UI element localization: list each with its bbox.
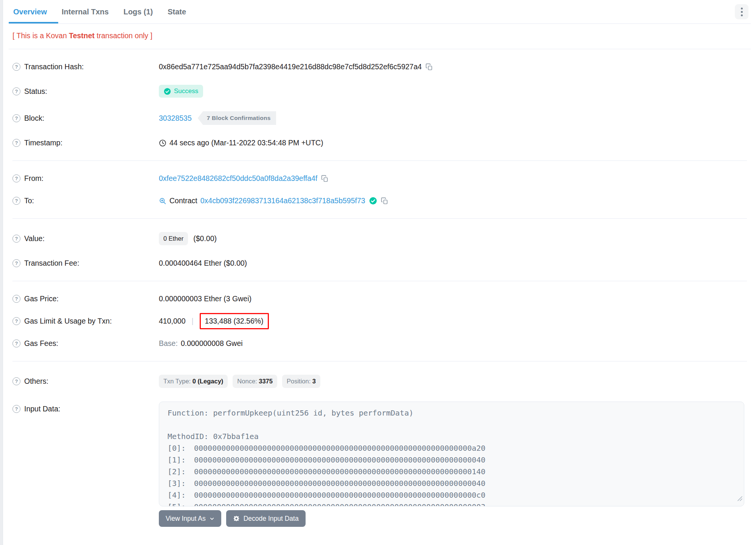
- input-data-label: Input Data:: [24, 405, 60, 413]
- row-input-data: ? Input Data: Function: performUpkeep(ui…: [12, 395, 747, 534]
- input-word: [5]:000000000000000000000000000000000000…: [168, 501, 736, 506]
- row-gas-fees: ? Gas Fees: Base: 0.000000008 Gwei: [12, 332, 747, 355]
- divider: [12, 361, 747, 361]
- input-data-textarea[interactable]: Function: performUpkeep(uint256 id, byte…: [159, 402, 744, 506]
- help-icon[interactable]: ?: [12, 174, 20, 182]
- input-word: [2]:000000000000000000000000000000000000…: [168, 466, 736, 478]
- block-number-link[interactable]: 30328535: [159, 114, 192, 123]
- tab-bar: Overview Internal Txns Logs (1) State: [9, 0, 751, 24]
- status-label: Status:: [24, 87, 47, 96]
- to-address-link[interactable]: 0x4cb093f226983713164a62138c3f718a5b595f…: [200, 196, 365, 205]
- view-input-as-button[interactable]: View Input As: [159, 510, 221, 527]
- decode-input-data-button[interactable]: Decode Input Data: [226, 510, 306, 527]
- value-label: Value:: [24, 234, 45, 243]
- divider: [12, 218, 747, 219]
- divider: [9, 49, 751, 49]
- help-icon[interactable]: ?: [12, 139, 20, 147]
- annotation-highlight: 133,488 (32.56%): [200, 313, 269, 329]
- help-icon[interactable]: ?: [12, 405, 20, 413]
- usd-value: ($0.00): [193, 234, 217, 243]
- function-signature: Function: performUpkeep(uint256 id, byte…: [168, 407, 736, 419]
- transaction-hash-label: Transaction Hash:: [24, 62, 84, 71]
- to-contract-type: Contract: [169, 196, 197, 205]
- help-icon[interactable]: ?: [12, 87, 20, 95]
- copy-icon[interactable]: [425, 63, 433, 71]
- to-label: To:: [24, 196, 34, 205]
- gas-usage-value: 133,488 (32.56%): [205, 317, 264, 325]
- timestamp-value: 44 secs ago (Mar-11-2022 03:54:48 PM +UT…: [169, 139, 323, 147]
- help-icon[interactable]: ?: [12, 377, 20, 385]
- base-fee-label: Base:: [159, 339, 178, 348]
- base-fee-value: 0.000000008 Gwei: [181, 339, 243, 348]
- gas-price-label: Gas Price:: [24, 294, 59, 303]
- row-timestamp: ? Timestamp: 44 secs ago (Mar-11-2022 03…: [12, 132, 747, 154]
- row-others: ? Others: Txn Type: 0 (Legacy) Nonce: 33…: [12, 368, 747, 395]
- others-label: Others:: [24, 377, 48, 386]
- status-badge: Success: [159, 85, 203, 98]
- copy-icon[interactable]: [381, 197, 388, 205]
- row-value: ? Value: 0 Ether ($0.00): [12, 225, 747, 252]
- help-icon[interactable]: ?: [12, 235, 20, 243]
- from-address-link[interactable]: 0xfee7522e8482682cf50ddc50a0f8da2a39effa…: [159, 174, 317, 183]
- transaction-fee-value: 0.000400464 Ether ($0.00): [159, 259, 247, 268]
- value-separator: |: [192, 317, 194, 325]
- tab-logs[interactable]: Logs (1): [123, 1, 154, 23]
- zoom-in-icon[interactable]: [159, 197, 166, 205]
- copy-icon[interactable]: [321, 175, 329, 182]
- row-to: ? To: Contract 0x4cb093f226983713164a621…: [12, 190, 747, 212]
- help-icon[interactable]: ?: [12, 114, 20, 122]
- row-gas-limit-usage: ? Gas Limit & Usage by Txn: 410,000 | 13…: [12, 310, 747, 332]
- help-icon[interactable]: ?: [12, 317, 20, 325]
- nonce-badge: Nonce: 3375: [233, 375, 277, 388]
- gas-fees-label: Gas Fees:: [24, 339, 58, 348]
- input-word: [1]:000000000000000000000000000000000000…: [168, 454, 736, 466]
- clock-icon: [159, 139, 166, 147]
- row-status: ? Status: Success: [12, 78, 747, 104]
- timestamp-label: Timestamp:: [24, 139, 62, 147]
- chevron-down-icon: [210, 516, 214, 521]
- tab-overview[interactable]: Overview: [12, 1, 48, 23]
- transaction-hash-value: 0x86ed5a771e725aa94d5b7fa2398e4419e216d8…: [159, 62, 422, 71]
- gas-limit-value: 410,000: [159, 317, 186, 325]
- testnet-notice: [ This is a Kovan Testnet transaction on…: [9, 24, 751, 42]
- help-icon[interactable]: ?: [12, 63, 20, 71]
- row-block: ? Block: 30328535 7 Block Confirmations: [12, 104, 747, 132]
- input-word: [3]:000000000000000000000000000000000000…: [168, 478, 736, 489]
- from-label: From:: [24, 174, 43, 183]
- transaction-card: Overview Internal Txns Logs (1) State [ …: [3, 0, 756, 545]
- tab-state[interactable]: State: [167, 1, 187, 23]
- resize-handle-icon[interactable]: [737, 493, 742, 505]
- help-icon[interactable]: ?: [12, 197, 20, 205]
- page-background-edge: [0, 0, 3, 545]
- more-options-button[interactable]: [735, 4, 748, 19]
- row-transaction-hash: ? Transaction Hash: 0x86ed5a771e725aa94d…: [12, 56, 747, 78]
- help-icon[interactable]: ?: [12, 295, 20, 303]
- row-from: ? From: 0xfee7522e8482682cf50ddc50a0f8da…: [12, 167, 747, 190]
- decode-gear-icon: [233, 515, 240, 522]
- help-icon[interactable]: ?: [12, 339, 20, 347]
- gas-limit-label: Gas Limit & Usage by Txn:: [24, 317, 112, 325]
- check-circle-icon: [164, 88, 171, 95]
- ether-value-badge: 0 Ether: [159, 232, 188, 245]
- position-badge: Position: 3: [282, 375, 320, 388]
- verified-check-icon: [369, 197, 377, 205]
- transaction-fee-label: Transaction Fee:: [24, 259, 79, 268]
- row-transaction-fee: ? Transaction Fee: 0.000400464 Ether ($0…: [12, 252, 747, 274]
- block-confirmations-badge: 7 Block Confirmations: [198, 111, 276, 125]
- txn-type-badge: Txn Type: 0 (Legacy): [159, 375, 228, 388]
- help-icon[interactable]: ?: [12, 259, 20, 267]
- tab-internal-txns[interactable]: Internal Txns: [61, 1, 109, 23]
- input-word: [0]:000000000000000000000000000000000000…: [168, 442, 736, 454]
- row-gas-price: ? Gas Price: 0.000000003 Ether (3 Gwei): [12, 288, 747, 310]
- block-label: Block:: [24, 114, 44, 123]
- divider: [12, 281, 747, 281]
- method-id: MethodID: 0x7bbaf1ea: [168, 431, 736, 442]
- divider: [12, 160, 747, 161]
- input-word: [4]:000000000000000000000000000000000000…: [168, 489, 736, 501]
- kebab-icon: [741, 8, 743, 9]
- gas-price-value: 0.000000003 Ether (3 Gwei): [159, 294, 251, 303]
